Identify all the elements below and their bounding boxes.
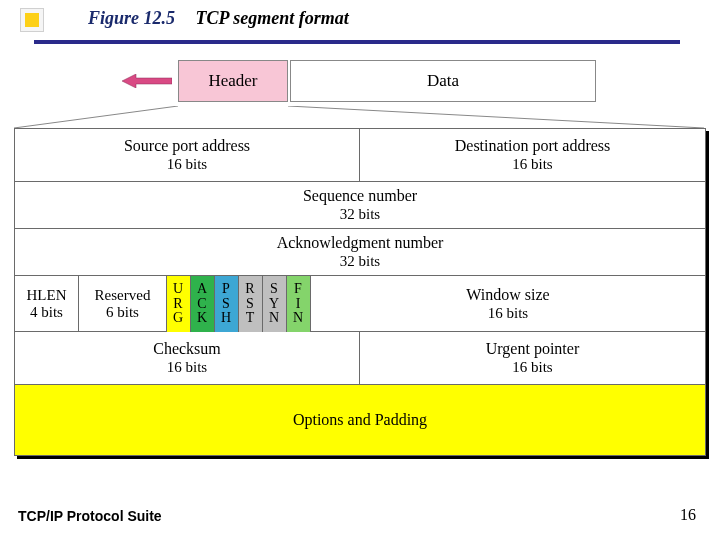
title-underline — [34, 40, 680, 44]
arrow-left-icon — [122, 74, 172, 88]
field-source-port: Source port address 16 bits — [15, 129, 360, 181]
figure-subtitle: TCP segment format — [196, 8, 349, 28]
segment-overview: Header Data — [178, 60, 596, 106]
flag-syn: SYN — [263, 276, 287, 332]
data-box: Data — [290, 60, 596, 102]
field-hlen: HLEN 4 bits — [15, 276, 79, 332]
field-bits: 4 bits — [30, 304, 63, 321]
row-checksum-urgent: Checksum 16 bits Urgent pointer 16 bits — [15, 332, 705, 385]
bullet-icon — [20, 8, 44, 32]
footer-book-title: TCP/IP Protocol Suite — [18, 508, 162, 524]
expansion-lines — [14, 106, 706, 128]
field-bits: 16 bits — [167, 156, 207, 173]
tcp-segment-diagram: Header Data Source port address 16 bits … — [14, 60, 706, 456]
figure-title: Figure 12.5 TCP segment format — [88, 8, 349, 29]
field-bits: 16 bits — [512, 156, 552, 173]
field-bits: 16 bits — [167, 359, 207, 376]
field-urgent-pointer: Urgent pointer 16 bits — [360, 332, 705, 384]
field-label: Reserved — [95, 287, 151, 304]
header-box: Header — [178, 60, 288, 102]
tcp-header-fields: Source port address 16 bits Destination … — [14, 128, 706, 456]
svg-line-1 — [14, 106, 178, 128]
field-label: Window size — [466, 286, 549, 304]
field-label: Options and Padding — [293, 411, 427, 429]
field-label: Checksum — [153, 340, 221, 358]
svg-marker-0 — [122, 74, 172, 88]
flag-rst: RST — [239, 276, 263, 332]
figure-label: Figure 12.5 — [88, 8, 175, 28]
field-dest-port: Destination port address 16 bits — [360, 129, 705, 181]
field-window-size: Window size 16 bits — [311, 276, 705, 332]
field-bits: 6 bits — [106, 304, 139, 321]
slide-header: Figure 12.5 TCP segment format — [20, 6, 700, 42]
field-label: Acknowledgment number — [277, 234, 444, 252]
field-label: HLEN — [27, 287, 67, 304]
field-bits: 16 bits — [488, 305, 528, 322]
field-label: Sequence number — [303, 187, 417, 205]
field-bits: 32 bits — [340, 206, 380, 223]
row-flags: HLEN 4 bits Reserved 6 bits URG ACK PSH … — [15, 276, 705, 332]
flag-fin: FIN — [287, 276, 311, 332]
field-ack-number: Acknowledgment number 32 bits — [15, 229, 705, 275]
flag-ack: ACK — [191, 276, 215, 332]
svg-line-2 — [288, 106, 704, 128]
header-box-label: Header — [208, 71, 257, 91]
page-number: 16 — [680, 506, 696, 524]
field-label: Destination port address — [455, 137, 611, 155]
row-ports: Source port address 16 bits Destination … — [15, 129, 705, 182]
field-reserved: Reserved 6 bits — [79, 276, 167, 332]
field-label: Source port address — [124, 137, 250, 155]
field-checksum: Checksum 16 bits — [15, 332, 360, 384]
field-options-padding: Options and Padding — [15, 385, 705, 455]
field-sequence-number: Sequence number 32 bits — [15, 182, 705, 228]
row-options: Options and Padding — [15, 385, 705, 455]
field-bits: 16 bits — [512, 359, 552, 376]
field-label: Urgent pointer — [486, 340, 579, 358]
flag-urg: URG — [167, 276, 191, 332]
row-seq: Sequence number 32 bits — [15, 182, 705, 229]
data-box-label: Data — [427, 71, 459, 91]
flag-psh: PSH — [215, 276, 239, 332]
row-ack: Acknowledgment number 32 bits — [15, 229, 705, 276]
field-bits: 32 bits — [340, 253, 380, 270]
